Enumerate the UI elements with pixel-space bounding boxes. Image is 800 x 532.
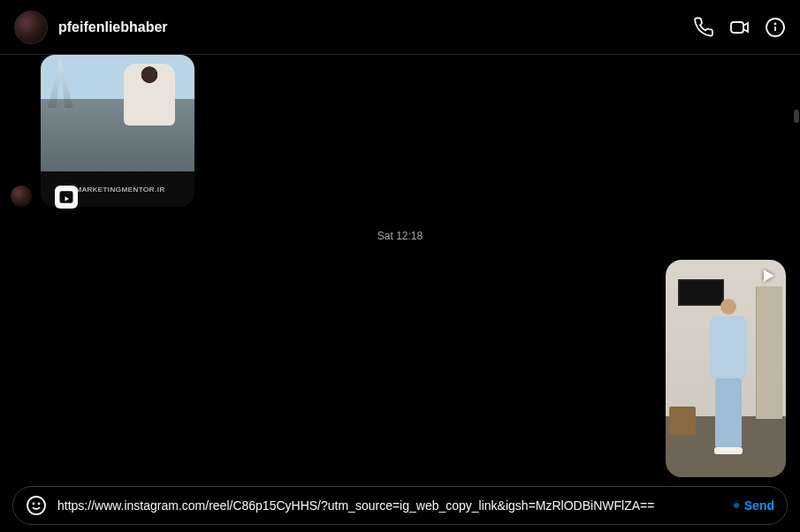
scrollbar-thumb[interactable] [794,110,799,123]
reels-icon [55,186,78,209]
messages-area: ©MARKETINGMENTOR.IR Sat 12:18 [0,55,800,483]
svg-point-6 [39,504,40,505]
send-indicator-dot [734,503,739,508]
svg-point-3 [775,23,776,24]
reel-bg-chair [669,407,696,435]
phone-icon[interactable] [694,17,715,38]
reel-bg-shelf [756,286,782,419]
send-label: Send [744,498,774,513]
timestamp-divider: Sat 12:18 [0,230,800,242]
info-icon[interactable] [765,17,786,38]
received-reel[interactable]: ©MARKETINGMENTOR.IR [41,55,194,207]
message-composer: Send [12,486,788,525]
header-left: pfeifenliebhaber [14,11,168,44]
received-message: ©MARKETINGMENTOR.IR [11,55,194,207]
chat-username[interactable]: pfeifenliebhaber [58,19,168,35]
sent-reel[interactable] [666,260,786,477]
video-icon[interactable] [729,17,750,38]
header-actions [694,17,786,38]
reel-thumbnail [41,55,194,171]
play-icon [759,267,777,285]
chat-header: pfeifenliebhaber [0,0,800,55]
svg-point-5 [34,504,34,505]
svg-rect-0 [731,22,743,33]
send-button[interactable]: Send [734,498,774,513]
smile-icon[interactable] [26,495,47,516]
reel-person [708,299,749,458]
avatar[interactable] [14,11,48,44]
sender-avatar[interactable] [11,186,32,207]
message-input[interactable] [57,498,723,513]
svg-point-4 [27,497,45,514]
